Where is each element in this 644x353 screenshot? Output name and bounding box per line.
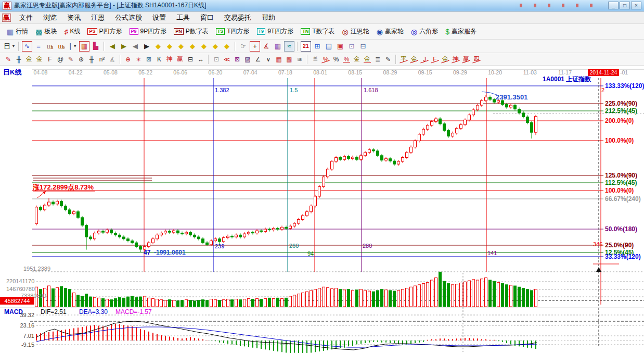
toolbar3-shen-angle[interactable]: 神 xyxy=(451,55,460,64)
toolbar3-brush-scale[interactable]: ✎ xyxy=(66,55,75,64)
toolbar3-gann-web[interactable]: ∗ xyxy=(134,55,143,64)
toolbar2-angle-tool[interactable]: ∡ xyxy=(261,41,272,52)
toolbar3-shen-tool[interactable]: 神 xyxy=(165,55,174,64)
maximize-button[interactable]: □ xyxy=(620,2,630,9)
toolbar3-four-angle[interactable]: 四 xyxy=(472,55,481,64)
toolbar-kline[interactable]: ♯K线 xyxy=(60,26,84,38)
toolbar3-gann-box[interactable]: ⊠ xyxy=(144,55,153,64)
kline-chart-canvas[interactable]: 04-0804-2205-0805-2206-0606-2007-0407-18… xyxy=(0,66,644,353)
close-button[interactable]: × xyxy=(631,2,641,9)
menu-资讯[interactable]: 资讯 xyxy=(62,11,86,24)
toolbar2-hand-tool[interactable]: ☞ xyxy=(238,41,249,52)
toolbar2-go-last[interactable]: ▶ xyxy=(119,41,129,52)
toolbar3-price-ladder[interactable]: ≝ xyxy=(311,55,320,64)
toolbar2-save-image[interactable]: ▣ xyxy=(335,41,345,52)
toolbar2-vol-bars-9[interactable]: ш9 xyxy=(56,41,67,52)
toolbar2-band-tool[interactable]: ▦ xyxy=(273,41,283,52)
toolbar-p-square[interactable]: PSP四方形 xyxy=(84,26,125,38)
toolbar3-fan-box[interactable]: ⊠ xyxy=(233,55,242,64)
toolbar2-page-next[interactable]: ▶ xyxy=(141,41,152,52)
toolbar2-zoom-out[interactable]: ◆ xyxy=(199,41,209,52)
toolbar3-web-box[interactable]: ▨ xyxy=(243,55,252,64)
toolbar2-calendar[interactable]: 21 xyxy=(301,41,311,52)
toolbar3-grid-red[interactable]: ▦ xyxy=(274,55,284,64)
toolbar-winner-service[interactable]: $赢家服务 xyxy=(442,26,480,38)
toolbar3-gold-circle[interactable]: 金 xyxy=(352,55,362,64)
toolbar-sectors[interactable]: ▩板块 xyxy=(32,26,60,38)
toolbar3-pen-tool[interactable]: ✎ xyxy=(4,55,13,64)
toolbar3-step-lines[interactable]: ≣ xyxy=(373,55,382,64)
toolbar3-grid-red-2[interactable]: ▩ xyxy=(285,55,294,64)
toolbar3-scale-marks[interactable]: ╫ xyxy=(87,55,96,64)
toolbar-hexagon[interactable]: ◎六角形 xyxy=(407,26,442,38)
toolbar3-win-angle[interactable]: 赢 xyxy=(461,55,471,64)
toolbar2-zoom-in[interactable]: ◆ xyxy=(187,41,198,52)
toolbar3-time-cycle[interactable]: ⊛ xyxy=(76,55,86,64)
toolbar2-pattern-overlay[interactable]: ▦ xyxy=(79,41,89,52)
toolbar2-service-box[interactable]: ⊟ xyxy=(358,41,368,52)
toolbar-quotes[interactable]: ▦行情 xyxy=(3,26,32,38)
toolbar3-percent-drop[interactable]: % xyxy=(321,55,330,64)
toolbar3-spiral-tool[interactable]: @ xyxy=(56,55,65,64)
toolbar3-circle-cross[interactable]: ⊕ xyxy=(123,55,133,64)
toolbar2-crosshair-tool[interactable]: + xyxy=(250,41,260,52)
toolbar3-gold-line[interactable]: 金 xyxy=(363,55,372,64)
toolbar-winner-wheel[interactable]: ◉赢家轮 xyxy=(373,26,407,38)
toolbar3-span-measure[interactable]: ↔ xyxy=(196,55,205,64)
toolbar3-ruler-123[interactable]: ⊟ xyxy=(186,55,195,64)
toolbar3-pen-angle[interactable]: ✎ xyxy=(383,55,393,64)
toolbar-9p-square[interactable]: P99P四方形 xyxy=(126,26,171,38)
toolbar2-export-tool[interactable]: ⊡ xyxy=(346,41,357,52)
toolbar-gann-wheel[interactable]: ◎江恩轮 xyxy=(338,26,372,38)
toolbar-t-square[interactable]: TST四方形 xyxy=(212,26,253,38)
toolbar-p-number-table[interactable]: PNP数字表 xyxy=(170,26,212,38)
menu-设置[interactable]: 设置 xyxy=(147,11,171,24)
toolbar2-calculator[interactable]: ⊞ xyxy=(312,41,323,52)
toolbar3-k-marks[interactable]: K xyxy=(154,55,164,64)
toolbar3-trend-fan[interactable]: ∠ xyxy=(253,55,263,64)
toolbar3-avg-angle[interactable]: 平 xyxy=(399,55,408,64)
toolbar3-gold-angle[interactable]: 金 xyxy=(409,55,419,64)
chart-area[interactable]: 日K线 04-0804-2205-0805-2206-0606-2007-040… xyxy=(0,66,644,353)
toolbar2-overlay-tool[interactable]: ∿ xyxy=(22,41,32,52)
toolbar2-vol-bars-3[interactable]: ш3 xyxy=(45,41,55,52)
toolbar3-box-frame[interactable]: ⊡ xyxy=(212,55,221,64)
toolbar3-gold-scale-2[interactable]: 金 xyxy=(35,55,44,64)
toolbar3-gann-scale[interactable]: ╫ xyxy=(14,55,23,64)
toolbar2-go-first[interactable]: ◀ xyxy=(107,41,118,52)
toolbar3-gold-angle-2[interactable]: 金 xyxy=(441,55,450,64)
toolbar3-win-tool[interactable]: 赢 xyxy=(175,55,185,64)
toolbar3-n-square[interactable]: n² xyxy=(97,55,107,64)
toolbar-9t-square[interactable]: T99T四方形 xyxy=(253,26,298,38)
toolbar2-zoom-fit[interactable]: ◆ xyxy=(210,41,221,52)
menu-江恩[interactable]: 江恩 xyxy=(86,11,110,24)
toolbar2-zoom-all[interactable]: ◆ xyxy=(222,41,232,52)
menu-文件[interactable]: 文件 xyxy=(14,11,38,24)
menu-帮助[interactable]: 帮助 xyxy=(256,11,280,24)
toolbar2-period-selector[interactable]: 日▼ xyxy=(4,41,16,52)
toolbar3-zigzag-tool[interactable]: ∨ xyxy=(264,55,273,64)
toolbar2-volume-profile[interactable]: ▙ xyxy=(91,41,101,52)
toolbar3-percent[interactable]: % xyxy=(331,55,341,64)
toolbar2-zoom-both[interactable]: ◆ xyxy=(176,41,186,52)
toolbar3-j-angle[interactable]: J xyxy=(420,55,429,64)
toolbar2-candle-style[interactable]: ∣▼ xyxy=(68,41,78,52)
menu-工具[interactable]: 工具 xyxy=(171,11,195,24)
menu-交易委托[interactable]: 交易委托 xyxy=(219,11,256,24)
toolbar3-gold-scale-1[interactable]: 金 xyxy=(24,55,34,64)
toolbar2-page-prev[interactable]: ◀ xyxy=(130,41,140,52)
toolbar2-info-panel[interactable]: ≡ xyxy=(33,41,44,52)
toolbar2-memo[interactable]: ▤ xyxy=(324,41,334,52)
toolbar2-zoom-left[interactable]: ◆ xyxy=(153,41,163,52)
toolbar-t-number-table[interactable]: TNT数字表 xyxy=(297,26,338,38)
toolbar3-angle-fan[interactable]: ∡ xyxy=(108,55,117,64)
menu-窗口[interactable]: 窗口 xyxy=(195,11,219,24)
toolbar3-parallel-lines[interactable]: ≋ xyxy=(295,55,304,64)
menu-浏览[interactable]: 浏览 xyxy=(38,11,62,24)
toolbar3-f-angle[interactable]: F xyxy=(430,55,440,64)
toolbar2-zoom-right[interactable]: ◆ xyxy=(164,41,175,52)
toolbar2-wave-tool[interactable]: ≈ xyxy=(284,41,294,52)
toolbar3-ray-fan[interactable]: ≪ xyxy=(222,55,231,64)
menu-公式选股[interactable]: 公式选股 xyxy=(110,11,147,24)
minimize-button[interactable]: _ xyxy=(608,2,619,9)
